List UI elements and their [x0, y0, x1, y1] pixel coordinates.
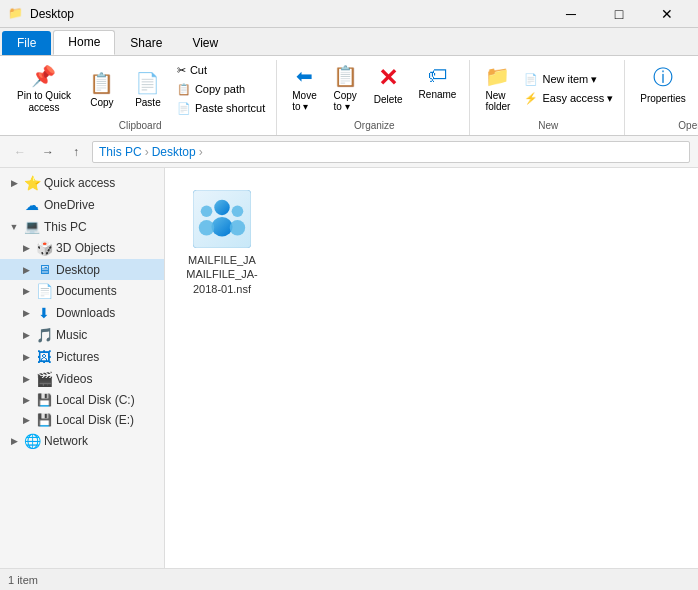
delete-button[interactable]: ✕ Delete [367, 60, 410, 118]
cut-button[interactable]: ✂ Cut [172, 61, 270, 80]
documents-icon: 📄 [36, 283, 52, 299]
3d-objects-label: 3D Objects [56, 241, 115, 255]
paste-button[interactable]: 📄 Paste [126, 60, 170, 118]
address-path[interactable]: This PC › Desktop › [92, 141, 690, 163]
sidebar-item-documents[interactable]: ▶ 📄 Documents [0, 280, 164, 302]
paste-shortcut-icon: 📄 [177, 102, 191, 115]
sidebar-item-downloads[interactable]: ▶ ⬇ Downloads [0, 302, 164, 324]
move-to-icon: ⬅ [296, 64, 313, 88]
new-folder-icon: 📁 [485, 64, 510, 88]
svg-point-4 [199, 220, 214, 235]
copy-to-button[interactable]: 📋 Copyto ▾ [326, 60, 365, 118]
up-button[interactable]: ↑ [64, 140, 88, 164]
minimize-button[interactable]: ─ [548, 0, 594, 28]
open-group: ⓘ Properties 📂 Op... ✏ Edi... 🕐 His... O… [627, 60, 698, 135]
network-icon: 🌐 [24, 433, 40, 449]
tab-share[interactable]: Share [115, 31, 177, 55]
easy-access-icon: ⚡ [524, 92, 538, 105]
music-label: Music [56, 328, 87, 342]
rename-label: Rename [419, 89, 457, 100]
sidebar-item-onedrive[interactable]: ☁ OneDrive [0, 194, 164, 216]
tab-view[interactable]: View [177, 31, 233, 55]
move-to-label: Moveto ▾ [292, 90, 316, 112]
desktop-label: Desktop [56, 263, 100, 277]
local-e-label: Local Disk (E:) [56, 413, 134, 427]
copy-icon: 📋 [89, 71, 114, 95]
breadcrumb-desktop[interactable]: Desktop [152, 145, 196, 159]
downloads-label: Downloads [56, 306, 115, 320]
sidebar-item-this-pc[interactable]: ▼ 💻 This PC [0, 216, 164, 237]
sidebar-item-network[interactable]: ▶ 🌐 Network [0, 430, 164, 452]
organize-group-content: ⬅ Moveto ▾ 📋 Copyto ▾ ✕ Delete 🏷 Rename [285, 60, 463, 118]
organize-group: ⬅ Moveto ▾ 📋 Copyto ▾ ✕ Delete 🏷 Rename … [279, 60, 470, 135]
expand-icon-documents: ▶ [20, 285, 32, 297]
properties-label: Properties [640, 93, 686, 104]
paste-shortcut-label: Paste shortcut [195, 102, 265, 114]
onedrive-icon: ☁ [24, 197, 40, 213]
paste-shortcut-button[interactable]: 📄 Paste shortcut [172, 99, 270, 118]
local-c-label: Local Disk (C:) [56, 393, 135, 407]
videos-label: Videos [56, 372, 92, 386]
move-to-button[interactable]: ⬅ Moveto ▾ [285, 60, 323, 118]
file-item-nsf[interactable]: MAILFILE_JAMAILFILE_JA-2018-01.nsf [177, 180, 267, 305]
svg-point-2 [211, 217, 232, 236]
pin-quick-access-button[interactable]: 📌 Pin to Quickaccess [10, 60, 78, 118]
breadcrumb-this-pc[interactable]: This PC [99, 145, 142, 159]
new-item-button[interactable]: 📄 New item ▾ [519, 70, 618, 89]
open-label: Open [633, 120, 698, 131]
close-button[interactable]: ✕ [644, 0, 690, 28]
clipboard-small-stack: ✂ Cut 📋 Copy path 📄 Paste shortcut [172, 60, 270, 118]
status-text: 1 item [8, 574, 38, 586]
sidebar-item-music[interactable]: ▶ 🎵 Music [0, 324, 164, 346]
tab-file[interactable]: File [2, 31, 51, 55]
maximize-button[interactable]: □ [596, 0, 642, 28]
new-group-content: 📁 Newfolder 📄 New item ▾ ⚡ Easy access ▾ [478, 60, 618, 118]
local-e-icon: 💾 [36, 413, 52, 427]
forward-button[interactable]: → [36, 140, 60, 164]
onedrive-label: OneDrive [44, 198, 95, 212]
open-group-content: ⓘ Properties 📂 Op... ✏ Edi... 🕐 His... [633, 60, 698, 118]
rename-button[interactable]: 🏷 Rename [412, 60, 464, 118]
back-button[interactable]: ← [8, 140, 32, 164]
properties-icon: ⓘ [653, 64, 673, 91]
sidebar-item-videos[interactable]: ▶ 🎬 Videos [0, 368, 164, 390]
cut-label: Cut [190, 64, 207, 76]
music-icon: 🎵 [36, 327, 52, 343]
address-bar: ← → ↑ This PC › Desktop › [0, 136, 698, 168]
svg-point-3 [201, 205, 213, 217]
tab-home[interactable]: Home [53, 30, 115, 55]
sidebar-item-pictures[interactable]: ▶ 🖼 Pictures [0, 346, 164, 368]
easy-access-button[interactable]: ⚡ Easy access ▾ [519, 89, 618, 108]
properties-button[interactable]: ⓘ Properties [633, 60, 693, 118]
copy-button[interactable]: 📋 Copy [80, 60, 124, 118]
sidebar-item-3d-objects[interactable]: ▶ 🎲 3D Objects [0, 237, 164, 259]
desktop-icon: 🖥 [36, 262, 52, 277]
sidebar-item-local-e[interactable]: ▶ 💾 Local Disk (E:) [0, 410, 164, 430]
copy-to-label: Copyto ▾ [334, 90, 357, 112]
new-item-label: New item ▾ [542, 73, 597, 86]
breadcrumb-sep-2: › [199, 145, 203, 159]
expand-icon-this-pc: ▼ [8, 221, 20, 233]
expand-icon-videos: ▶ [20, 373, 32, 385]
clipboard-label: Clipboard [10, 120, 270, 131]
easy-access-label: Easy access ▾ [542, 92, 613, 105]
expand-icon-downloads: ▶ [20, 307, 32, 319]
new-folder-button[interactable]: 📁 Newfolder [478, 60, 517, 118]
svg-point-1 [214, 200, 229, 215]
copy-label: Copy [90, 97, 113, 108]
downloads-icon: ⬇ [36, 305, 52, 321]
copy-path-button[interactable]: 📋 Copy path [172, 80, 270, 99]
clipboard-group: 📌 Pin to Quickaccess 📋 Copy 📄 Paste ✂ Cu… [4, 60, 277, 135]
sidebar-item-quick-access[interactable]: ▶ ⭐ Quick access [0, 172, 164, 194]
3d-objects-icon: 🎲 [36, 240, 52, 256]
rename-icon: 🏷 [428, 64, 448, 87]
delete-icon: ✕ [378, 64, 398, 92]
sidebar-item-local-c[interactable]: ▶ 💾 Local Disk (C:) [0, 390, 164, 410]
organize-label: Organize [285, 120, 463, 131]
expand-icon-network: ▶ [8, 435, 20, 447]
svg-point-5 [232, 205, 244, 217]
sidebar-item-desktop[interactable]: ▶ 🖥 Desktop [0, 259, 164, 280]
title-bar: 📁 Desktop ─ □ ✕ [0, 0, 698, 28]
expand-icon-music: ▶ [20, 329, 32, 341]
expand-icon-local-e: ▶ [20, 414, 32, 426]
